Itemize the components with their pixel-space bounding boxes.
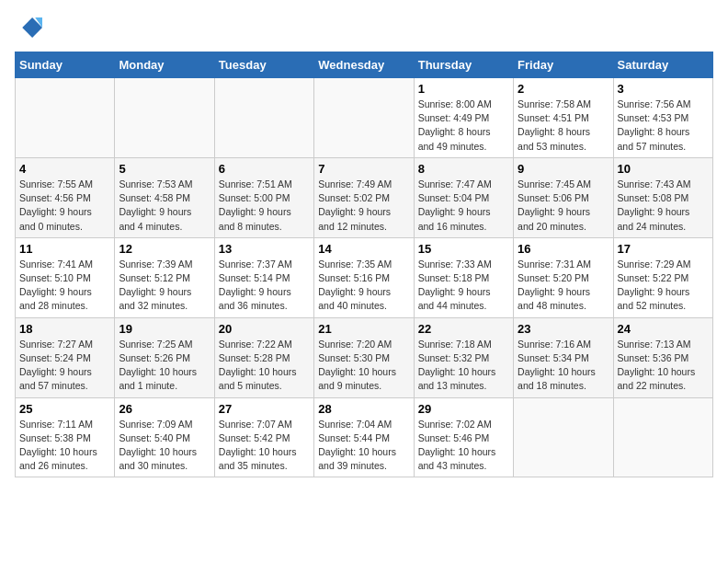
day-number: 7 <box>318 162 409 176</box>
day-info: Sunrise: 7:51 AM Sunset: 5:00 PM Dayligh… <box>219 178 310 234</box>
calendar-cell <box>16 78 115 158</box>
day-number: 25 <box>19 402 110 416</box>
weekday-header-wednesday: Wednesday <box>314 52 414 78</box>
day-number: 26 <box>119 402 210 416</box>
calendar-cell <box>514 397 613 477</box>
day-number: 9 <box>518 162 609 176</box>
day-number: 28 <box>318 402 409 416</box>
calendar-week-row: 4Sunrise: 7:55 AM Sunset: 4:56 PM Daylig… <box>16 157 713 237</box>
weekday-header-thursday: Thursday <box>414 52 513 78</box>
day-number: 14 <box>318 242 409 256</box>
day-info: Sunrise: 7:11 AM Sunset: 5:38 PM Dayligh… <box>19 418 110 474</box>
calendar-cell: 2Sunrise: 7:58 AM Sunset: 4:51 PM Daylig… <box>514 78 613 158</box>
calendar-week-row: 18Sunrise: 7:27 AM Sunset: 5:24 PM Dayli… <box>16 317 713 397</box>
calendar-cell: 1Sunrise: 8:00 AM Sunset: 4:49 PM Daylig… <box>414 78 513 158</box>
weekday-header-row: SundayMondayTuesdayWednesdayThursdayFrid… <box>16 52 713 78</box>
day-info: Sunrise: 7:31 AM Sunset: 5:20 PM Dayligh… <box>518 258 609 314</box>
day-info: Sunrise: 7:29 AM Sunset: 5:22 PM Dayligh… <box>618 258 709 314</box>
day-info: Sunrise: 7:02 AM Sunset: 5:46 PM Dayligh… <box>418 418 509 474</box>
day-number: 16 <box>518 242 609 256</box>
calendar-cell: 14Sunrise: 7:35 AM Sunset: 5:16 PM Dayli… <box>314 237 414 317</box>
calendar-cell: 28Sunrise: 7:04 AM Sunset: 5:44 PM Dayli… <box>314 397 414 477</box>
day-info: Sunrise: 7:47 AM Sunset: 5:04 PM Dayligh… <box>418 178 509 234</box>
calendar-cell: 10Sunrise: 7:43 AM Sunset: 5:08 PM Dayli… <box>613 157 712 237</box>
calendar-week-row: 25Sunrise: 7:11 AM Sunset: 5:38 PM Dayli… <box>16 397 713 477</box>
day-number: 6 <box>219 162 310 176</box>
day-info: Sunrise: 7:55 AM Sunset: 4:56 PM Dayligh… <box>19 178 110 234</box>
day-number: 23 <box>518 322 609 336</box>
day-info: Sunrise: 7:09 AM Sunset: 5:40 PM Dayligh… <box>119 418 210 474</box>
day-info: Sunrise: 7:33 AM Sunset: 5:18 PM Dayligh… <box>418 258 509 314</box>
calendar-cell: 17Sunrise: 7:29 AM Sunset: 5:22 PM Dayli… <box>613 237 712 317</box>
day-number: 4 <box>19 162 110 176</box>
page-header <box>15 15 713 44</box>
calendar-cell: 20Sunrise: 7:22 AM Sunset: 5:28 PM Dayli… <box>214 317 313 397</box>
calendar-cell: 11Sunrise: 7:41 AM Sunset: 5:10 PM Dayli… <box>16 237 115 317</box>
weekday-header-friday: Friday <box>514 52 613 78</box>
day-number: 29 <box>418 402 509 416</box>
weekday-header-sunday: Sunday <box>16 52 115 78</box>
calendar-cell: 25Sunrise: 7:11 AM Sunset: 5:38 PM Dayli… <box>16 397 115 477</box>
day-number: 3 <box>618 82 709 96</box>
calendar-cell: 5Sunrise: 7:53 AM Sunset: 4:58 PM Daylig… <box>115 157 214 237</box>
weekday-header-saturday: Saturday <box>613 52 712 78</box>
calendar-cell: 3Sunrise: 7:56 AM Sunset: 4:53 PM Daylig… <box>613 78 712 158</box>
day-number: 1 <box>418 82 509 96</box>
day-info: Sunrise: 7:41 AM Sunset: 5:10 PM Dayligh… <box>19 258 110 314</box>
calendar-cell: 23Sunrise: 7:16 AM Sunset: 5:34 PM Dayli… <box>514 317 613 397</box>
calendar-table: SundayMondayTuesdayWednesdayThursdayFrid… <box>15 52 713 477</box>
day-info: Sunrise: 7:13 AM Sunset: 5:36 PM Dayligh… <box>618 338 709 394</box>
day-info: Sunrise: 8:00 AM Sunset: 4:49 PM Dayligh… <box>418 98 509 154</box>
day-info: Sunrise: 7:25 AM Sunset: 5:26 PM Dayligh… <box>119 338 210 394</box>
day-number: 12 <box>119 242 210 256</box>
calendar-week-row: 11Sunrise: 7:41 AM Sunset: 5:10 PM Dayli… <box>16 237 713 317</box>
day-number: 10 <box>618 162 709 176</box>
calendar-cell: 16Sunrise: 7:31 AM Sunset: 5:20 PM Dayli… <box>514 237 613 317</box>
logo <box>15 15 46 44</box>
calendar-cell: 27Sunrise: 7:07 AM Sunset: 5:42 PM Dayli… <box>214 397 313 477</box>
day-number: 24 <box>618 322 709 336</box>
calendar-cell: 12Sunrise: 7:39 AM Sunset: 5:12 PM Dayli… <box>115 237 214 317</box>
calendar-cell: 18Sunrise: 7:27 AM Sunset: 5:24 PM Dayli… <box>16 317 115 397</box>
day-info: Sunrise: 7:27 AM Sunset: 5:24 PM Dayligh… <box>19 338 110 394</box>
day-info: Sunrise: 7:43 AM Sunset: 5:08 PM Dayligh… <box>618 178 709 234</box>
calendar-cell <box>613 397 712 477</box>
day-number: 17 <box>618 242 709 256</box>
day-info: Sunrise: 7:22 AM Sunset: 5:28 PM Dayligh… <box>219 338 310 394</box>
calendar-cell: 29Sunrise: 7:02 AM Sunset: 5:46 PM Dayli… <box>414 397 513 477</box>
day-info: Sunrise: 7:20 AM Sunset: 5:30 PM Dayligh… <box>318 338 409 394</box>
day-number: 27 <box>219 402 310 416</box>
day-info: Sunrise: 7:07 AM Sunset: 5:42 PM Dayligh… <box>219 418 310 474</box>
day-info: Sunrise: 7:56 AM Sunset: 4:53 PM Dayligh… <box>618 98 709 154</box>
day-number: 11 <box>19 242 110 256</box>
day-info: Sunrise: 7:04 AM Sunset: 5:44 PM Dayligh… <box>318 418 409 474</box>
day-number: 15 <box>418 242 509 256</box>
day-info: Sunrise: 7:35 AM Sunset: 5:16 PM Dayligh… <box>318 258 409 314</box>
weekday-header-tuesday: Tuesday <box>214 52 313 78</box>
day-number: 19 <box>119 322 210 336</box>
calendar-cell: 19Sunrise: 7:25 AM Sunset: 5:26 PM Dayli… <box>115 317 214 397</box>
calendar-cell: 24Sunrise: 7:13 AM Sunset: 5:36 PM Dayli… <box>613 317 712 397</box>
day-number: 22 <box>418 322 509 336</box>
day-number: 13 <box>219 242 310 256</box>
day-info: Sunrise: 7:18 AM Sunset: 5:32 PM Dayligh… <box>418 338 509 394</box>
calendar-cell: 4Sunrise: 7:55 AM Sunset: 4:56 PM Daylig… <box>16 157 115 237</box>
day-info: Sunrise: 7:49 AM Sunset: 5:02 PM Dayligh… <box>318 178 409 234</box>
calendar-week-row: 1Sunrise: 8:00 AM Sunset: 4:49 PM Daylig… <box>16 78 713 158</box>
day-number: 20 <box>219 322 310 336</box>
calendar-cell <box>214 78 313 158</box>
day-info: Sunrise: 7:45 AM Sunset: 5:06 PM Dayligh… <box>518 178 609 234</box>
calendar-cell: 9Sunrise: 7:45 AM Sunset: 5:06 PM Daylig… <box>514 157 613 237</box>
weekday-header-monday: Monday <box>115 52 214 78</box>
day-number: 8 <box>418 162 509 176</box>
calendar-cell: 15Sunrise: 7:33 AM Sunset: 5:18 PM Dayli… <box>414 237 513 317</box>
calendar-cell: 22Sunrise: 7:18 AM Sunset: 5:32 PM Dayli… <box>414 317 513 397</box>
day-number: 2 <box>518 82 609 96</box>
calendar-cell: 8Sunrise: 7:47 AM Sunset: 5:04 PM Daylig… <box>414 157 513 237</box>
day-number: 21 <box>318 322 409 336</box>
day-info: Sunrise: 7:37 AM Sunset: 5:14 PM Dayligh… <box>219 258 310 314</box>
calendar-cell <box>314 78 414 158</box>
calendar-cell: 6Sunrise: 7:51 AM Sunset: 5:00 PM Daylig… <box>214 157 313 237</box>
day-info: Sunrise: 7:39 AM Sunset: 5:12 PM Dayligh… <box>119 258 210 314</box>
day-number: 18 <box>19 322 110 336</box>
